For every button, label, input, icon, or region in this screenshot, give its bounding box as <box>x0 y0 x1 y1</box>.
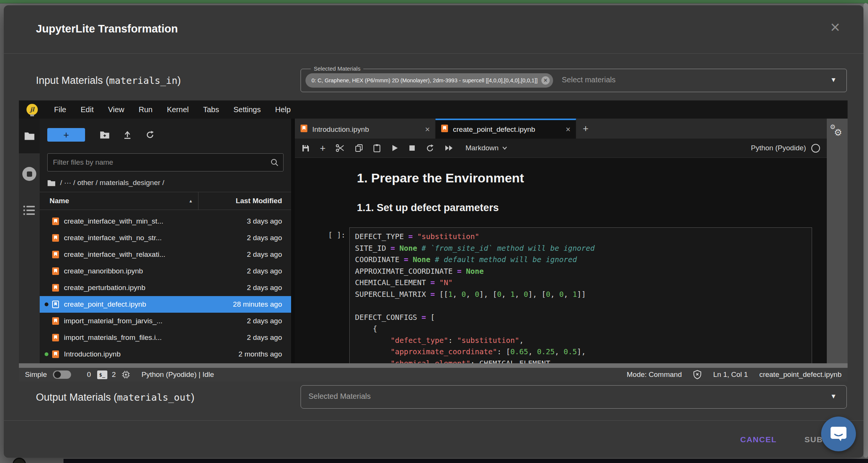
restart-run-all-button[interactable] <box>445 144 454 152</box>
code-cell: [ ]: DEFECT_TYPE = "substitution"SITE_ID… <box>328 227 812 363</box>
notebook-content[interactable]: 1. Prepare the Environment 1.1. Set up d… <box>295 158 827 363</box>
dialog-title: JupyterLite Transformation <box>36 23 178 35</box>
tab-close-icon[interactable]: × <box>425 125 430 134</box>
kernel-status-icon[interactable] <box>811 144 820 153</box>
menu-run[interactable]: Run <box>132 105 160 114</box>
save-button[interactable] <box>302 144 310 152</box>
copy-cells-button[interactable] <box>355 144 363 152</box>
file-row[interactable]: create_perturbation.ipynb 2 days ago <box>40 279 291 296</box>
save-icon <box>302 144 310 152</box>
upload-button[interactable] <box>116 130 139 139</box>
output-materials-select[interactable]: Selected Materials ▼ <box>301 385 847 409</box>
file-modified: 3 days ago <box>198 217 291 225</box>
new-tab-button[interactable]: + <box>576 119 595 139</box>
input-materials-variable: materials_in <box>109 75 178 86</box>
file-name: create_interface_with_min_st... <box>64 217 198 225</box>
refresh-icon <box>146 130 155 139</box>
column-header-modified[interactable]: Last Modified <box>198 197 291 205</box>
file-row[interactable]: create_nanoribbon.ipynb 2 days ago <box>40 263 291 279</box>
paste-cells-button[interactable] <box>373 144 381 153</box>
file-modified: 2 days ago <box>198 267 291 275</box>
material-chip[interactable]: 0: C, Graphene, HEX (P6/mmm) 2D (Monolay… <box>305 73 553 88</box>
file-modified: 2 days ago <box>198 317 291 325</box>
tab-close-icon[interactable]: × <box>566 125 570 134</box>
notebook-file-icon <box>441 124 448 134</box>
sidebar-tab-table-of-contents[interactable] <box>23 205 36 218</box>
file-row[interactable]: create_interface_with_relaxati... 2 days… <box>40 246 291 263</box>
gear-icon: ⚙ <box>834 127 842 138</box>
breadcrumb-path[interactable]: / ··· / other / materials_designer / <box>60 179 164 187</box>
notebook-heading-1: 1. Prepare the Environment <box>357 171 827 185</box>
cut-cells-button[interactable] <box>336 144 345 152</box>
file-name: create_interface_with_relaxati... <box>64 250 198 259</box>
chip-remove-icon[interactable]: × <box>541 76 550 85</box>
simple-mode-toggle[interactable] <box>53 370 71 379</box>
menu-tabs[interactable]: Tabs <box>196 105 226 114</box>
file-row[interactable]: create_interface_with_min_st... 3 days a… <box>40 213 291 230</box>
cancel-button[interactable]: CANCEL <box>740 435 777 444</box>
file-row[interactable]: create_interface_with_no_str... 2 days a… <box>40 230 291 246</box>
chat-widget-button[interactable] <box>821 417 856 451</box>
terminal-icon[interactable]: $_ <box>97 370 107 379</box>
cursor-position[interactable]: Ln 1, Col 1 <box>713 370 748 379</box>
run-cell-button[interactable] <box>391 144 398 152</box>
insert-cell-button[interactable]: + <box>320 143 326 153</box>
tab-create-point-defect[interactable]: create_point_defect.ipynb × <box>436 119 576 139</box>
command-mode-indicator[interactable]: Mode: Command <box>627 370 682 379</box>
menu-edit[interactable]: Edit <box>73 105 101 114</box>
code-editor[interactable]: DEFECT_TYPE = "substitution"SITE_ID = No… <box>349 227 812 363</box>
kernel-name[interactable]: Python (Pyodide) <box>751 144 806 152</box>
column-name-label: Name <box>50 197 69 205</box>
statusbar-filename: create_point_defect.ipynb <box>759 370 842 379</box>
file-modified: 28 minutes ago <box>198 300 291 309</box>
chevron-down-icon[interactable]: ▼ <box>830 393 837 400</box>
interrupt-kernel-button[interactable] <box>409 145 415 151</box>
column-header-name[interactable]: Name ▲ <box>40 197 198 205</box>
trust-shield-icon[interactable] <box>693 370 702 379</box>
chevron-down-icon[interactable]: ▼ <box>830 76 837 84</box>
file-list-header: Name ▲ Last Modified <box>40 192 291 210</box>
home-folder-icon[interactable] <box>47 179 56 187</box>
menu-view[interactable]: View <box>101 105 132 114</box>
sidebar-tab-running-kernels[interactable] <box>22 167 36 181</box>
output-materials-label-suffix: ) <box>191 392 194 403</box>
new-launcher-button[interactable]: + <box>47 128 85 142</box>
file-browser-toolbar: + <box>40 119 291 151</box>
output-materials-label: Output Materials (materials_out) <box>36 392 194 403</box>
list-icon <box>23 205 36 216</box>
dialog-header: JupyterLite Transformation × <box>4 5 863 54</box>
tab-introduction[interactable]: Introduction.ipynb × <box>295 119 436 139</box>
file-modified: 2 days ago <box>198 250 291 259</box>
close-icon[interactable]: × <box>830 19 840 35</box>
file-row-selected[interactable]: create_point_defect.ipynb 28 minutes ago <box>40 296 291 313</box>
file-name: create_perturbation.ipynb <box>64 284 198 292</box>
refresh-file-list-button[interactable] <box>139 130 161 139</box>
file-row[interactable]: import_material_from_jarvis_... 2 days a… <box>40 313 291 329</box>
new-folder-button[interactable] <box>93 131 116 139</box>
menu-kernel[interactable]: Kernel <box>160 105 196 114</box>
input-materials-select[interactable]: Selected Materials 0: C, Graphene, HEX (… <box>301 69 847 92</box>
file-modified: 2 days ago <box>198 333 291 342</box>
file-list: create_interface_with_min_st... 3 days a… <box>40 210 291 363</box>
input-materials-label-suffix: ) <box>177 75 181 86</box>
cell-type-dropdown[interactable]: Markdown <box>465 144 507 152</box>
kernel-status-text[interactable]: Python (Pyodide) | Idle <box>141 370 214 379</box>
jupyter-menubar: jl File Edit View Run Kernel Tabs Settin… <box>19 100 848 119</box>
settings-gears-button[interactable]: ⚙ ⚙ <box>829 124 846 140</box>
notebook-file-icon <box>300 124 308 134</box>
file-row[interactable]: import_materials_from_files.i... 2 days … <box>40 329 291 346</box>
filter-files-input[interactable] <box>48 158 270 167</box>
menu-file[interactable]: File <box>47 105 73 114</box>
menu-settings[interactable]: Settings <box>226 105 268 114</box>
menu-help[interactable]: Help <box>268 105 298 114</box>
simple-mode-label: Simple <box>25 370 47 379</box>
sidebar-tab-filebrowser[interactable] <box>19 119 40 153</box>
copy-icon <box>355 144 363 152</box>
output-materials-variable: materials_out <box>117 392 191 403</box>
file-row[interactable]: Introduction.ipynb 2 months ago <box>40 346 291 363</box>
kernel-chip-icon[interactable] <box>122 370 130 379</box>
search-icon <box>270 158 279 167</box>
page-scrollbar[interactable] <box>863 3 868 458</box>
terminals-count: 0 <box>87 370 91 379</box>
restart-kernel-button[interactable] <box>426 144 434 153</box>
